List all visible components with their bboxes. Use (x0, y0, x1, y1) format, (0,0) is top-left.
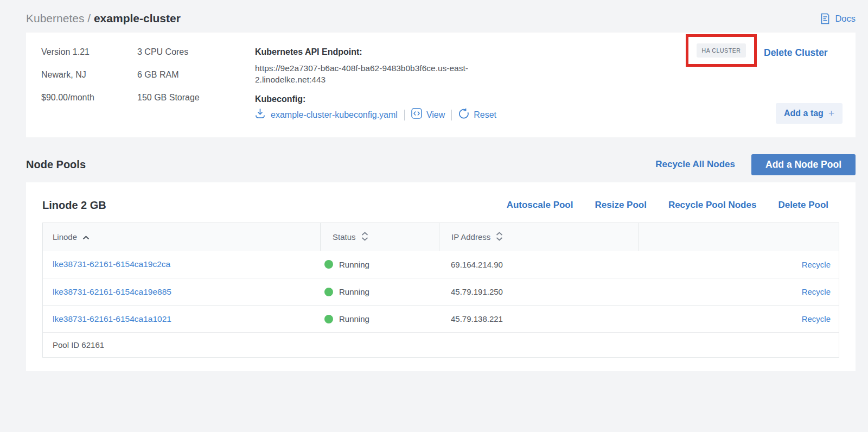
node-status: Running (320, 306, 439, 332)
sort-icon (361, 232, 368, 243)
node-pools-title: Node Pools (26, 158, 86, 171)
node-status: Running (320, 251, 439, 278)
annotation-highlight-box: HA CLUSTER (686, 34, 757, 67)
node-ip: 69.164.214.90 (439, 251, 639, 278)
column-header-linode[interactable]: Linode (43, 223, 320, 251)
pool-id-row: Pool ID 62161 (43, 332, 839, 357)
column-header-status[interactable]: Status (320, 223, 439, 251)
cluster-version: Version 1.21 (41, 47, 137, 58)
pool-header: Linode 2 GB Autoscale Pool Resize Pool R… (42, 199, 839, 212)
add-node-pool-button[interactable]: Add a Node Pool (751, 154, 856, 175)
resize-pool-button[interactable]: Resize Pool (595, 200, 646, 211)
cluster-region: Newark, NJ (41, 69, 137, 80)
summary-column-1: Version 1.21 Newark, NJ $90.00/month (41, 47, 137, 123)
api-endpoint-url: https://9e2a7307-b6ac-408f-ba62-9483b0b3… (255, 62, 472, 85)
code-icon (411, 108, 422, 122)
nodes-table: Linode Status (42, 223, 839, 358)
column-header-actions (639, 223, 839, 251)
node-pools-header: Node Pools Recycle All Nodes Add a Node … (26, 154, 856, 175)
reset-icon (458, 108, 469, 122)
column-header-ip[interactable]: IP Address (439, 223, 639, 251)
docs-link[interactable]: Docs (820, 13, 856, 24)
kubeconfig-view-button[interactable]: View (411, 108, 445, 122)
delete-cluster-button[interactable]: Delete Cluster (764, 47, 828, 59)
node-recycle-button[interactable]: Recycle (639, 278, 839, 305)
plus-icon: + (828, 107, 834, 119)
node-link[interactable]: lke38731-62161-6154ca1a1021 (43, 306, 320, 332)
node-link[interactable]: lke38731-62161-6154ca19e885 (43, 278, 320, 305)
summary-column-2: 3 CPU Cores 6 GB RAM 150 GB Storage (137, 47, 255, 123)
cluster-summary-card: Version 1.21 Newark, NJ $90.00/month 3 C… (26, 33, 856, 137)
node-recycle-button[interactable]: Recycle (639, 306, 839, 332)
docs-icon (820, 13, 831, 24)
breadcrumb-current: example-cluster (94, 12, 181, 24)
kubeconfig-label: Kubeconfig: (255, 94, 510, 105)
cluster-price: $90.00/month (41, 92, 137, 103)
docs-label: Docs (835, 14, 856, 24)
node-link[interactable]: lke38731-62161-6154ca19c2ca (43, 251, 320, 278)
topbar: Kubernetes / example-cluster Docs (26, 7, 856, 30)
status-running-dot (324, 315, 333, 323)
api-endpoint-label: Kubernetes API Endpoint: (255, 47, 510, 58)
sort-icon (496, 232, 503, 243)
kubernetes-cluster-page: Kubernetes / example-cluster Docs Versio… (0, 0, 868, 371)
sort-asc-icon (82, 232, 90, 242)
status-running-dot (324, 260, 333, 269)
node-ip: 45.79.191.250 (439, 278, 639, 305)
breadcrumb-section[interactable]: Kubernetes (26, 12, 84, 24)
cluster-storage: 150 GB Storage (137, 92, 255, 103)
table-body: lke38731-62161-6154ca19c2ca Running 69.1… (43, 251, 839, 332)
separator (451, 110, 452, 120)
node-row: lke38731-62161-6154ca1a1021 Running 45.7… (43, 305, 839, 332)
ha-cluster-badge: HA CLUSTER (697, 43, 746, 58)
add-tag-button[interactable]: Add a tag + (776, 103, 843, 124)
node-pools-actions: Recycle All Nodes Add a Node Pool (655, 154, 856, 175)
delete-pool-button[interactable]: Delete Pool (778, 200, 828, 211)
cluster-ram: 6 GB RAM (137, 69, 255, 80)
node-status: Running (320, 278, 439, 305)
pool-name: Linode 2 GB (42, 199, 106, 212)
kubeconfig-row: example-cluster-kubeconfig.yaml View (255, 108, 510, 122)
breadcrumb-separator: / (84, 12, 94, 24)
node-recycle-button[interactable]: Recycle (639, 251, 839, 278)
node-pool-card: Linode 2 GB Autoscale Pool Resize Pool R… (26, 182, 856, 371)
download-icon (255, 108, 265, 122)
view-label: View (426, 110, 445, 120)
node-ip: 45.79.138.221 (439, 306, 639, 332)
kubeconfig-reset-button[interactable]: Reset (458, 108, 496, 122)
status-running-dot (324, 288, 333, 296)
recycle-all-nodes-button[interactable]: Recycle All Nodes (655, 159, 735, 170)
node-row: lke38731-62161-6154ca19c2ca Running 69.1… (43, 251, 839, 278)
autoscale-pool-button[interactable]: Autoscale Pool (507, 200, 573, 211)
recycle-pool-nodes-button[interactable]: Recycle Pool Nodes (668, 200, 757, 211)
add-tag-label: Add a tag (784, 109, 824, 118)
breadcrumb: Kubernetes / example-cluster (26, 12, 181, 25)
summary-column-3: Kubernetes API Endpoint: https://9e2a730… (255, 47, 510, 123)
table-header-row: Linode Status (43, 223, 839, 251)
pool-actions: Autoscale Pool Resize Pool Recycle Pool … (507, 200, 828, 211)
node-row: lke38731-62161-6154ca19e885 Running 45.7… (43, 278, 839, 305)
kubeconfig-filename: example-cluster-kubeconfig.yaml (271, 110, 398, 120)
separator (404, 110, 405, 120)
kubeconfig-download-link[interactable]: example-cluster-kubeconfig.yaml (255, 108, 398, 122)
reset-label: Reset (474, 110, 496, 120)
cluster-cpu: 3 CPU Cores (137, 47, 255, 58)
